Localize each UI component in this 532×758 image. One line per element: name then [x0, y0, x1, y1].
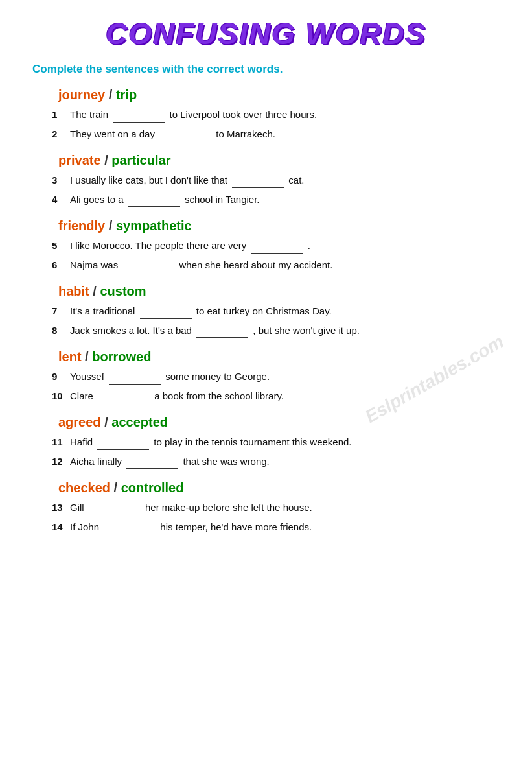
exercise-sentence: They went on a day to Marrakech.	[70, 127, 500, 142]
section-title-agreed-accepted: agreed / accepted	[58, 415, 500, 430]
blank-line	[128, 198, 180, 207]
blank-line	[232, 179, 284, 188]
section-journey-trip: journey / trip1The train to Liverpool to…	[45, 88, 500, 141]
blank-line	[109, 375, 161, 385]
exercise-sentence: It's a traditional to eat turkey on Chri…	[70, 304, 500, 319]
blank-line	[122, 263, 174, 272]
exercise-item: 9Youssef some money to George.	[52, 370, 500, 385]
exercise-number: 10	[52, 389, 70, 404]
exercise-number: 6	[52, 258, 70, 273]
exercise-sentence: Youssef some money to George.	[70, 370, 500, 385]
exercise-list-agreed-accepted: 11Hafid to play in the tennis tournament…	[52, 435, 500, 469]
section-title-private-particular: private / particular	[58, 153, 500, 168]
exercise-number: 4	[52, 193, 70, 207]
section-checked-controlled: checked / controlled13Gill her make-up b…	[45, 480, 500, 534]
blank-line	[113, 113, 165, 123]
blank-line	[97, 441, 149, 450]
exercise-sentence: Aicha finally that she was wrong.	[70, 455, 500, 469]
exercise-number: 11	[52, 435, 70, 450]
exercise-item: 12Aicha finally that she was wrong.	[52, 455, 500, 469]
exercise-number: 7	[52, 304, 70, 319]
section-title-lent-borrowed: lent / borrowed	[58, 349, 500, 364]
section-title-journey-trip: journey / trip	[58, 88, 500, 102]
exercise-sentence: I usually like cats, but I don't like th…	[70, 173, 500, 188]
instructions: Complete the sentences with the correct …	[32, 63, 500, 76]
exercise-list-habit-custom: 7It's a traditional to eat turkey on Chr…	[52, 304, 500, 338]
sections-container: journey / trip1The train to Liverpool to…	[32, 88, 500, 534]
exercise-sentence: If John his temper, he'd have more frien…	[70, 520, 500, 535]
page-title: CONFUSING WORDS	[32, 16, 500, 51]
blank-line	[140, 310, 192, 319]
section-friendly-sympathetic: friendly / sympathetic5I like Morocco. T…	[45, 219, 500, 272]
exercise-number: 5	[52, 239, 70, 254]
exercise-number: 12	[52, 455, 70, 469]
exercise-item: 4Ali goes to a school in Tangier.	[52, 193, 500, 207]
section-agreed-accepted: agreed / accepted11Hafid to play in the …	[45, 415, 500, 469]
exercise-list-friendly-sympathetic: 5I like Morocco. The people there are ve…	[52, 239, 500, 272]
exercise-item: 2They went on a day to Marrakech.	[52, 127, 500, 142]
blank-line	[159, 132, 211, 141]
exercise-item: 7It's a traditional to eat turkey on Chr…	[52, 304, 500, 319]
section-lent-borrowed: lent / borrowed9Youssef some money to Ge…	[45, 349, 500, 403]
exercise-item: 5I like Morocco. The people there are ve…	[52, 239, 500, 254]
exercise-item: 3I usually like cats, but I don't like t…	[52, 173, 500, 188]
section-title-habit-custom: habit / custom	[58, 284, 500, 299]
blank-line	[196, 329, 248, 338]
exercise-item: 14If John his temper, he'd have more fri…	[52, 520, 500, 535]
blank-line	[126, 460, 178, 469]
exercise-item: 10Clare a book from the school library.	[52, 389, 500, 404]
section-private-particular: private / particular3I usually like cats…	[45, 153, 500, 207]
exercise-sentence: I like Morocco. The people there are ver…	[70, 239, 500, 254]
exercise-sentence: Jack smokes a lot. It's a bad , but she …	[70, 324, 500, 338]
exercise-number: 3	[52, 173, 70, 188]
exercise-number: 14	[52, 520, 70, 535]
section-title-friendly-sympathetic: friendly / sympathetic	[58, 219, 500, 233]
exercise-number: 8	[52, 324, 70, 338]
exercise-list-journey-trip: 1The train to Liverpool took over three …	[52, 108, 500, 141]
blank-line	[104, 525, 156, 534]
exercise-list-checked-controlled: 13Gill her make-up before she left the h…	[52, 501, 500, 534]
exercise-sentence: Gill her make-up before she left the hou…	[70, 501, 500, 515]
exercise-sentence: Najma was when she heard about my accide…	[70, 258, 500, 273]
exercise-item: 6Najma was when she heard about my accid…	[52, 258, 500, 273]
exercise-sentence: Ali goes to a school in Tangier.	[70, 193, 500, 207]
exercise-item: 13Gill her make-up before she left the h…	[52, 501, 500, 515]
section-habit-custom: habit / custom7It's a traditional to eat…	[45, 284, 500, 338]
exercise-number: 1	[52, 108, 70, 123]
exercise-sentence: Hafid to play in the tennis tournament t…	[70, 435, 500, 450]
exercise-item: 1The train to Liverpool took over three …	[52, 108, 500, 123]
section-title-checked-controlled: checked / controlled	[58, 480, 500, 495]
blank-line	[98, 394, 150, 403]
exercise-sentence: The train to Liverpool took over three h…	[70, 108, 500, 123]
blank-line	[89, 506, 141, 515]
blank-line	[251, 244, 303, 254]
exercise-sentence: Clare a book from the school library.	[70, 389, 500, 404]
exercise-number: 13	[52, 501, 70, 515]
exercise-item: 11Hafid to play in the tennis tournament…	[52, 435, 500, 450]
exercise-list-lent-borrowed: 9Youssef some money to George.10Clare a …	[52, 370, 500, 403]
exercise-list-private-particular: 3I usually like cats, but I don't like t…	[52, 173, 500, 207]
exercise-item: 8Jack smokes a lot. It's a bad , but she…	[52, 324, 500, 338]
exercise-number: 9	[52, 370, 70, 385]
exercise-number: 2	[52, 127, 70, 142]
